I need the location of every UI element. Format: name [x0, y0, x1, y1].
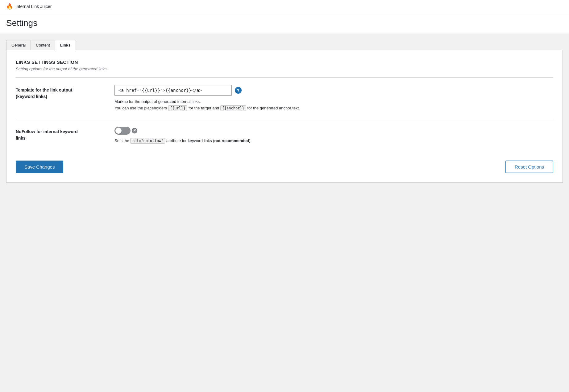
template-input[interactable] [114, 85, 232, 96]
page-title: Settings [6, 18, 563, 28]
code-nofollow: rel="nofollow" [130, 138, 165, 144]
tabs-container: General Content Links [6, 40, 563, 50]
app-logo-icon: 🔥 [6, 3, 13, 10]
template-description: Markup for the output of generated inter… [114, 99, 553, 112]
page-title-bar: Settings [0, 13, 569, 34]
setting-control-template: ? Markup for the output of generated int… [114, 85, 553, 112]
bottom-bar: Save Changes Reset Options [16, 154, 553, 173]
label-line2: (keyword links) [16, 94, 47, 99]
top-bar: 🔥 Internal Link Juicer [0, 0, 569, 13]
setting-row-nofollow: NoFollow for internal keyword links [16, 119, 553, 152]
help-icon[interactable]: ? [235, 87, 242, 94]
desc-pre: Markup for the output of generated inter… [114, 99, 201, 104]
toggle-stripes-icon [117, 129, 120, 132]
nofollow-label-line2: links [16, 136, 26, 141]
code-url: {{url}} [168, 105, 188, 111]
code-anchor: {{anchor}} [220, 105, 246, 111]
toggle-container: ✕ [114, 127, 137, 135]
tab-general[interactable]: General [6, 40, 31, 50]
nofollow-toggle[interactable] [114, 127, 131, 135]
settings-panel: LINKS SETTINGS SECTION Setting options f… [6, 50, 563, 183]
app-name: Internal Link Juicer [15, 4, 52, 9]
desc-line2-pre: You can use the placeholders [114, 106, 168, 110]
toggle-handle [115, 128, 122, 134]
save-button[interactable]: Save Changes [16, 161, 63, 173]
stripe-3 [120, 129, 120, 132]
setting-label-nofollow: NoFollow for internal keyword links [16, 127, 102, 141]
stripe-2 [118, 129, 119, 132]
nofollow-label-line1: NoFollow for internal keyword [16, 129, 78, 134]
main-content: General Content Links LINKS SETTINGS SEC… [0, 34, 569, 189]
not-recommended-text: not recommended [214, 138, 249, 143]
toggle-x-icon[interactable]: ✕ [132, 128, 137, 133]
reset-button[interactable]: Reset Options [505, 161, 553, 173]
input-row: ? [114, 85, 553, 96]
setting-row-template: Template for the link output (keyword li… [16, 77, 553, 119]
section-title: LINKS SETTINGS SECTION [16, 59, 553, 65]
desc-post-static: for the generated anchor text. [246, 106, 300, 110]
section-subtitle: Setting options for the output of the ge… [16, 67, 553, 71]
stripe-1 [117, 129, 118, 132]
nofollow-desc-post: attribute for keyword links (not recomme… [165, 138, 251, 143]
tab-links[interactable]: Links [55, 40, 76, 50]
desc-mid: for the target and [187, 106, 220, 110]
setting-control-nofollow: ✕ Sets the rel="nofollow" attribute for … [114, 127, 553, 144]
nofollow-desc-pre: Sets the [114, 138, 130, 143]
label-line1: Template for the link output [16, 88, 72, 92]
tab-content[interactable]: Content [31, 40, 55, 50]
setting-label-template: Template for the link output (keyword li… [16, 85, 102, 100]
nofollow-description: Sets the rel="nofollow" attribute for ke… [114, 138, 553, 144]
